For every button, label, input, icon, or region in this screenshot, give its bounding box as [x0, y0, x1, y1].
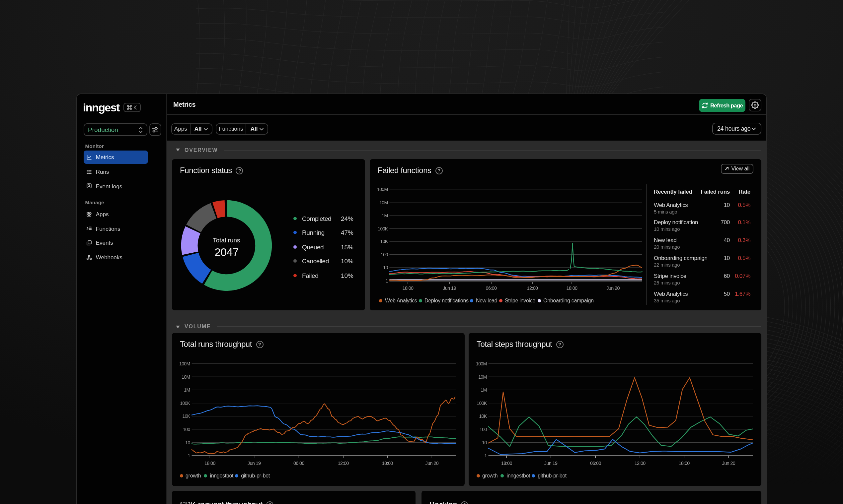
- svg-text:12:00: 12:00: [635, 461, 646, 466]
- svg-text:100: 100: [480, 427, 487, 432]
- svg-text:1: 1: [188, 453, 190, 458]
- svg-text:10M: 10M: [182, 374, 190, 380]
- svg-text:100: 100: [381, 252, 388, 257]
- svg-text:Total runs: Total runs: [213, 237, 240, 244]
- svg-text:Jun 19: Jun 19: [443, 286, 456, 291]
- svg-text:18:00: 18:00: [679, 461, 690, 466]
- svg-text:18:00: 18:00: [501, 461, 513, 466]
- svg-text:10: 10: [185, 440, 190, 445]
- svg-text:06:00: 06:00: [293, 461, 305, 466]
- svg-text:100K: 100K: [378, 226, 388, 231]
- svg-text:10K: 10K: [479, 413, 487, 419]
- svg-text:100M: 100M: [476, 361, 487, 366]
- svg-text:12:00: 12:00: [527, 286, 538, 291]
- svg-text:10K: 10K: [380, 239, 388, 244]
- svg-text:06:00: 06:00: [485, 286, 497, 291]
- svg-text:10: 10: [482, 440, 487, 445]
- svg-text:100: 100: [183, 427, 190, 432]
- svg-text:1M: 1M: [382, 213, 388, 218]
- svg-text:Jun 19: Jun 19: [544, 461, 557, 466]
- svg-text:Jun 19: Jun 19: [247, 461, 261, 466]
- svg-text:1: 1: [484, 453, 487, 458]
- svg-text:1M: 1M: [481, 387, 486, 393]
- svg-text:Jun 20: Jun 20: [426, 461, 439, 466]
- svg-text:18:00: 18:00: [402, 286, 414, 291]
- svg-text:10: 10: [383, 265, 388, 270]
- svg-text:Jun 20: Jun 20: [606, 286, 620, 291]
- svg-text:1: 1: [385, 278, 388, 284]
- svg-text:10M: 10M: [379, 200, 388, 205]
- svg-text:12:00: 12:00: [338, 461, 349, 466]
- svg-text:18:00: 18:00: [566, 286, 578, 291]
- svg-text:1M: 1M: [184, 387, 190, 393]
- svg-text:10K: 10K: [182, 413, 190, 419]
- svg-text:100M: 100M: [377, 187, 388, 192]
- svg-text:Jun 20: Jun 20: [722, 461, 736, 466]
- svg-text:2047: 2047: [214, 246, 238, 258]
- svg-text:10M: 10M: [478, 374, 486, 380]
- svg-text:100K: 100K: [180, 400, 190, 406]
- svg-text:100M: 100M: [179, 361, 190, 366]
- svg-text:18:00: 18:00: [204, 461, 216, 466]
- svg-text:06:00: 06:00: [590, 461, 601, 466]
- svg-text:18:00: 18:00: [382, 461, 393, 466]
- svg-text:100K: 100K: [477, 400, 487, 406]
